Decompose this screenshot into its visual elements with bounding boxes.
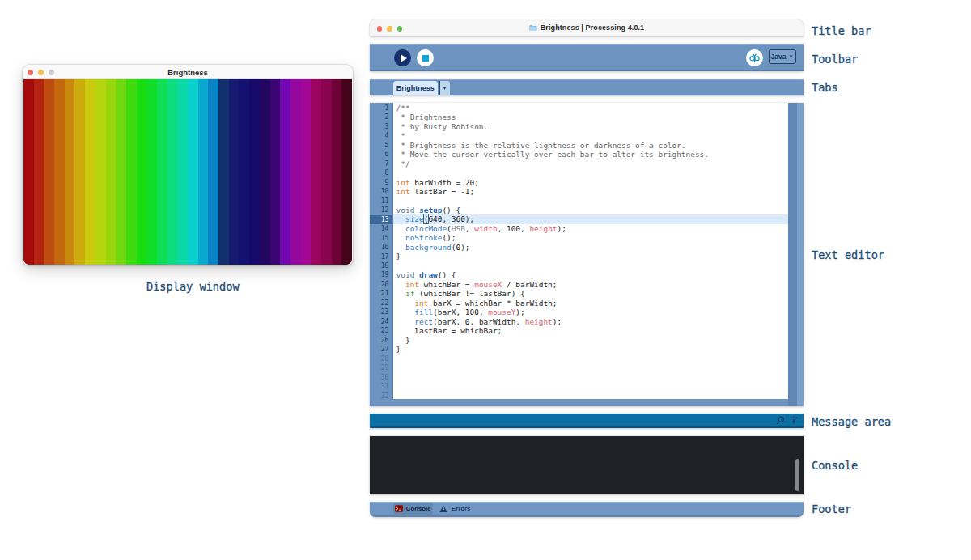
code-line[interactable]: } [396, 252, 788, 261]
code-token [396, 243, 405, 252]
code-token [396, 308, 415, 316]
display-window-titlebar: Brightness [23, 65, 353, 79]
code-token: mouseY [488, 308, 515, 316]
code-line[interactable]: * Brightness [396, 112, 788, 121]
code-line[interactable]: } [396, 336, 788, 345]
tab-menu-button[interactable]: ▼ [439, 81, 450, 95]
code-line[interactable]: * Brightness is the relative lightness o… [396, 141, 788, 150]
footer-errors-tab[interactable]: Errors [439, 503, 471, 516]
code-line[interactable]: * Move the cursor vertically over each b… [396, 150, 788, 159]
code-line[interactable]: int barX = whichBar * barWidth; [396, 299, 788, 308]
color-bar [167, 79, 178, 265]
line-number: 28 [370, 354, 392, 363]
code-line[interactable]: noStroke(); [396, 233, 788, 242]
code-token [396, 317, 415, 326]
line-number: 3 [370, 122, 392, 131]
line-number-gutter: 1234567891011121314151617181920212223242… [370, 103, 393, 399]
code-token: () { [438, 270, 456, 279]
code-line[interactable]: int whichBar = mouseX / barWidth; [396, 280, 788, 289]
ide-footer: Console Errors [370, 502, 804, 517]
code-line[interactable]: } [396, 345, 788, 354]
editor-scrollbar[interactable] [788, 103, 804, 406]
debug-button[interactable] [746, 49, 763, 66]
code-line[interactable]: */ [396, 159, 788, 168]
search-icon[interactable] [776, 416, 785, 425]
code-line[interactable]: * [396, 131, 788, 140]
color-bar [54, 79, 65, 265]
editor-scrollbar-thumb[interactable] [788, 103, 797, 406]
line-number: 13 [370, 215, 392, 224]
line-number: 16 [370, 243, 392, 252]
footer-console-tab[interactable]: Console [393, 503, 434, 516]
line-number: 20 [370, 280, 392, 289]
label-tabs: Tabs [812, 82, 838, 93]
code-token [396, 214, 405, 223]
mode-label: Java [771, 53, 787, 61]
code-line[interactable]: lastBar = whichBar; [396, 326, 788, 335]
code-token: height [529, 224, 557, 233]
code-line[interactable] [396, 261, 788, 270]
line-number: 2 [370, 112, 392, 121]
code-token [396, 224, 405, 233]
code-token [396, 280, 405, 289]
footer-console-label: Console [406, 505, 431, 512]
code-line[interactable]: fill(barX, 100, mouseY); [396, 308, 788, 316]
code-token: 640, 360); [428, 214, 474, 223]
color-bar [280, 79, 290, 265]
code-line[interactable]: * by Rusty Robison. [396, 122, 788, 131]
code-token: int [405, 280, 419, 289]
code-token: , 100, [498, 224, 530, 233]
code-line[interactable]: if (whichBar != lastBar) { [396, 289, 788, 298]
code-token: lastBar = -1; [410, 187, 475, 196]
line-number: 26 [370, 336, 392, 345]
code-line[interactable] [396, 168, 788, 177]
color-bar [126, 79, 137, 265]
line-number: 30 [370, 373, 392, 382]
stop-button[interactable] [417, 49, 434, 66]
color-bar [177, 79, 188, 265]
code-line[interactable]: /** [396, 104, 788, 112]
label-toolbar: Toolbar [812, 53, 858, 65]
code-token: void [396, 206, 415, 214]
code-area[interactable]: /** * Brightness * by Rusty Robison. * *… [393, 103, 788, 399]
editor-horizontal-scrollbar[interactable] [370, 399, 788, 407]
code-token: height [525, 317, 553, 326]
code-line[interactable]: void setup() { [396, 206, 788, 214]
code-line[interactable]: int lastBar = -1; [396, 187, 788, 196]
folder-icon [529, 24, 537, 32]
color-bar [116, 79, 126, 265]
line-number: 5 [370, 141, 392, 150]
line-number: 24 [370, 317, 392, 326]
line-number: 4 [370, 131, 392, 140]
code-token: whichBar = [419, 280, 474, 289]
code-line[interactable]: void draw() { [396, 270, 788, 279]
code-token: setup [419, 206, 442, 214]
code-line[interactable]: size(640, 360); [393, 214, 788, 223]
code-line[interactable]: int barWidth = 20; [396, 178, 788, 187]
color-bar [65, 79, 75, 265]
code-token: barX = whichBar * barWidth; [428, 299, 557, 308]
color-bar [208, 79, 218, 265]
ide-console [370, 436, 804, 494]
code-line[interactable] [396, 196, 788, 205]
run-button[interactable] [394, 49, 411, 66]
scroll-to-bottom-icon[interactable] [790, 416, 798, 425]
code-token: ); [558, 224, 566, 233]
line-number: 25 [370, 326, 392, 335]
code-line[interactable]: colorMode(HSB, width, 100, height); [396, 224, 788, 233]
color-bar [229, 79, 240, 265]
color-bar [188, 79, 198, 265]
code-token: noStroke [405, 233, 442, 242]
code-token: * by Rusty Robison. [396, 122, 489, 131]
code-token: background [405, 243, 452, 252]
line-number: 19 [370, 270, 392, 279]
color-bar [332, 79, 342, 265]
mode-selector-button[interactable]: Java ▼ [769, 49, 796, 64]
code-token: (barX, 100, [433, 308, 488, 316]
code-line[interactable]: background(0); [396, 243, 788, 252]
console-scrollbar-thumb[interactable] [795, 459, 799, 491]
color-bar [321, 79, 332, 265]
tab-brightness[interactable]: Brightness [393, 81, 439, 95]
ide-text-editor[interactable]: /** * Brightness * by Rusty Robison. * *… [370, 103, 804, 406]
code-line[interactable]: rect(barX, 0, barWidth, height); [396, 317, 788, 326]
